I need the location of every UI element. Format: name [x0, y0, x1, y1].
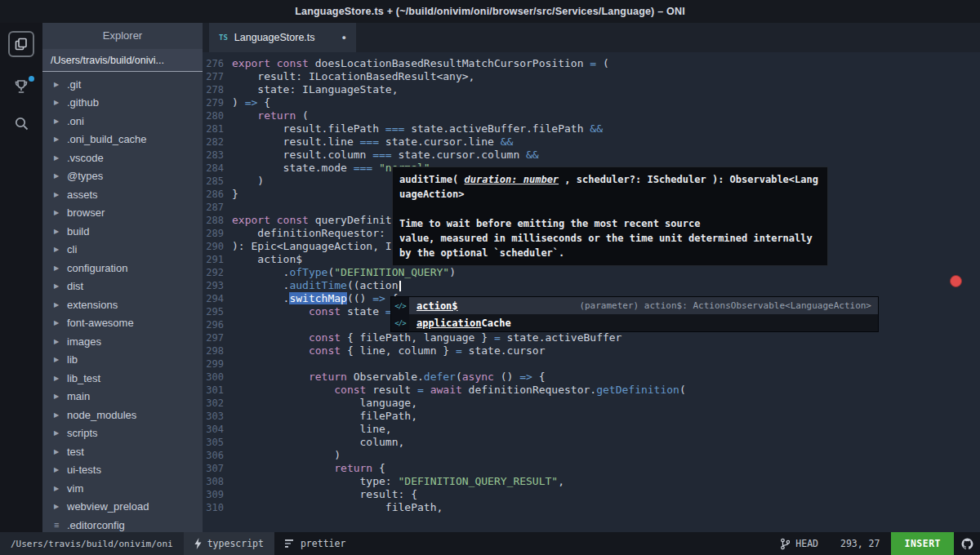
explorer-item[interactable]: ▶.oni	[42, 112, 203, 131]
explorer-item[interactable]: ▶browser	[42, 204, 203, 223]
line-number: 295	[203, 305, 232, 318]
code-line[interactable]: 301 const result = await definitionReque…	[203, 384, 980, 397]
chevron-right-icon: ▶	[54, 411, 67, 419]
code-line[interactable]: 302 language,	[203, 397, 980, 410]
explorer-header: Explorer	[42, 23, 203, 49]
typescript-file-icon: TS	[219, 33, 228, 42]
explorer-item-label: .editorconfig	[67, 519, 125, 531]
explorer-item[interactable]: ▶vim	[42, 479, 203, 498]
line-number: 283	[203, 149, 232, 162]
code-line[interactable]: 283 result.column === state.cursor.colum…	[203, 149, 980, 162]
explorer-item[interactable]: ▶extensions	[42, 295, 203, 314]
search-icon[interactable]	[14, 116, 29, 131]
code-line[interactable]: 306 )	[203, 449, 980, 462]
code-editor[interactable]: 276export const doesLocationBasedResultM…	[203, 52, 980, 532]
code-line[interactable]: 305 column,	[203, 436, 980, 449]
line-number: 282	[203, 135, 232, 149]
explorer-item[interactable]: ▶build	[42, 222, 203, 241]
code-area: 276export const doesLocationBasedResultM…	[203, 57, 980, 514]
line-number: 285	[203, 175, 232, 188]
explorer-item-label: webview_preload	[67, 500, 149, 513]
line-number: 307	[203, 462, 232, 475]
explorer-item[interactable]: ▶configuration	[42, 259, 203, 278]
explorer-item[interactable]: ▶font-awesome	[42, 314, 203, 333]
explorer-list: ▶.git▶.github▶.oni▶.oni_build_cache▶.vsc…	[42, 72, 203, 532]
explorer-item[interactable]: ▶lib_test	[42, 369, 203, 388]
chevron-right-icon: ▶	[54, 375, 67, 382]
code-line[interactable]: 292 .ofType("DEFINITION_QUERY")	[203, 266, 980, 279]
code-line[interactable]: 307 return {	[203, 462, 980, 475]
code-line[interactable]: 293 .auditTime((action	[203, 279, 980, 292]
code-line[interactable]: 300 return Observable.defer(async () => …	[203, 371, 980, 384]
line-number: 298	[203, 344, 232, 357]
statusbar-git-branch[interactable]: HEAD	[769, 532, 829, 555]
explorer-item[interactable]: ▶lib	[42, 351, 203, 370]
prettier-icon	[285, 539, 295, 548]
code-line[interactable]: 282 result.line === state.cursor.line &&	[203, 135, 980, 149]
explorer-item[interactable]: ▶images	[42, 332, 203, 351]
code-line[interactable]: 297 const { filePath, language } = state…	[203, 331, 980, 344]
statusbar-prettier-segment[interactable]: prettier	[274, 532, 356, 555]
code-line[interactable]: 298 const { line, column } = state.curso…	[203, 344, 980, 357]
github-icon[interactable]	[954, 532, 980, 555]
code-line[interactable]: 304 line,	[203, 423, 980, 436]
code-line[interactable]: 299	[203, 357, 980, 371]
explorer-item[interactable]: ▶.vscode	[42, 149, 203, 167]
window-title: LanguageStore.ts + (~/build/onivim/oni/b…	[295, 6, 685, 17]
code-line[interactable]: 308 type: "DEFINITION_QUERY_RESULT",	[203, 475, 980, 488]
trophy-icon[interactable]	[13, 78, 29, 95]
explorer-item[interactable]: ▶.git	[42, 75, 203, 94]
files-copy-icon[interactable]	[8, 31, 34, 57]
line-number: 290	[203, 240, 232, 253]
code-text: action$	[232, 253, 302, 266]
line-number: 289	[203, 227, 232, 240]
explorer-item-label: font-awesome	[67, 317, 134, 329]
tab-languagestore[interactable]: TS LanguageStore.ts ●	[209, 23, 356, 52]
explorer-item[interactable]: ▶assets	[42, 185, 203, 204]
code-text: language,	[232, 397, 417, 410]
explorer-item[interactable]: ▶main	[42, 388, 203, 406]
code-line[interactable]: 280 return (	[203, 109, 980, 122]
line-number: 292	[203, 266, 232, 279]
code-line[interactable]: 278 state: ILanguageState,	[203, 83, 980, 96]
explorer-item[interactable]: ▶@types	[42, 167, 203, 186]
code-line[interactable]: 310 filePath,	[203, 501, 980, 514]
activity-bar	[0, 23, 42, 532]
explorer-item[interactable]: ▶node_modules	[42, 406, 203, 424]
explorer-item-label: .git	[67, 78, 81, 91]
explorer-item[interactable]: ▶scripts	[42, 424, 203, 443]
line-number: 286	[203, 188, 232, 201]
chevron-right-icon: ▶	[54, 228, 67, 235]
code-line[interactable]: 277 result: ILocationBasedResult<any>,	[203, 70, 980, 83]
code-text: result: {	[232, 488, 417, 501]
code-line[interactable]: 309 result: {	[203, 488, 980, 501]
line-number: 300	[203, 371, 232, 384]
explorer-item-label: cli	[67, 243, 77, 255]
autocomplete-item[interactable]: </>applicationCache	[391, 314, 878, 331]
explorer-item[interactable]: ≡.editorconfig	[42, 516, 203, 532]
code-line[interactable]: 276export const doesLocationBasedResultM…	[203, 57, 980, 70]
explorer-item[interactable]: ▶ui-tests	[42, 461, 203, 480]
code-text: column,	[232, 436, 404, 449]
explorer-item[interactable]: ▶test	[42, 442, 203, 461]
code-line[interactable]: 281 result.filePath === state.activeBuff…	[203, 122, 980, 135]
autocomplete-item[interactable]: </>action$(parameter) action$: ActionsOb…	[391, 297, 878, 314]
explorer-item[interactable]: ▶webview_preload	[42, 498, 203, 517]
explorer-root-item[interactable]: /Users/travis/build/onivi...	[42, 49, 203, 72]
code-line[interactable]: 279) => {	[203, 96, 980, 109]
code-text: const { line, column } = state.cursor	[232, 344, 546, 357]
code-text: line,	[232, 423, 392, 436]
line-number: 288	[203, 214, 232, 227]
code-text: )	[232, 175, 264, 188]
explorer-item[interactable]: ▶dist	[42, 278, 203, 296]
explorer-item[interactable]: ▶.oni_build_cache	[42, 131, 203, 149]
line-number: 309	[203, 488, 232, 501]
code-line[interactable]: 303 filePath,	[203, 410, 980, 423]
statusbar-language-segment[interactable]: typescript	[184, 532, 274, 555]
chevron-right-icon: ▶	[54, 81, 67, 88]
explorer-item[interactable]: ▶cli	[42, 241, 203, 260]
line-number: 276	[203, 57, 232, 70]
code-text: result.line === state.cursor.line &&	[232, 135, 513, 149]
autocomplete-popup: </>action$(parameter) action$: ActionsOb…	[390, 296, 879, 332]
explorer-item[interactable]: ▶.github	[42, 94, 203, 113]
